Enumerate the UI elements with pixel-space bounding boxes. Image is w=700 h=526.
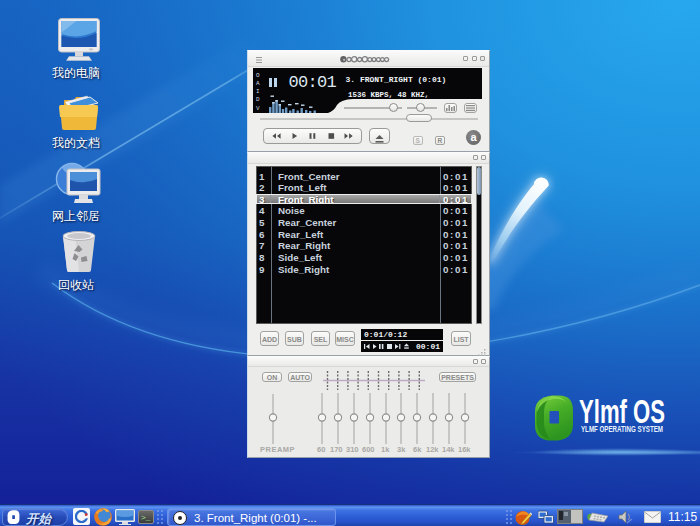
svg-text:YLMF OPERATING SYSTEM: YLMF OPERATING SYSTEM <box>581 424 663 434</box>
